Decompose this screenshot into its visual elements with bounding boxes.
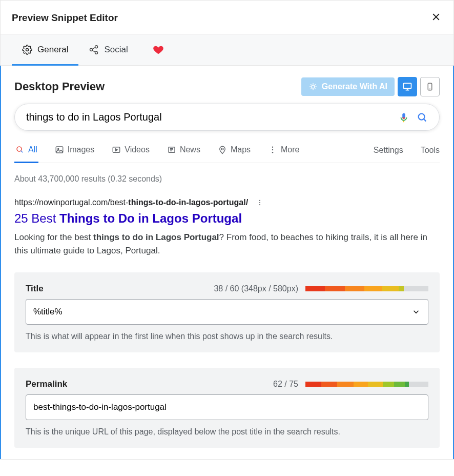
video-icon [112,145,121,154]
svg-point-7 [430,89,430,89]
svg-point-20 [259,204,260,205]
title-counter: 38 / 60 (348px / 580px) [214,284,298,293]
tab-social-label: Social [104,45,128,55]
share-icon [89,45,99,55]
permalink-field[interactable] [26,394,428,420]
device-mobile-button[interactable] [420,77,440,96]
modal-title: Preview Snippet Editor [12,12,118,24]
svg-point-3 [95,51,98,54]
search-box[interactable] [14,104,440,131]
svg-point-17 [272,152,273,153]
desktop-icon [402,82,412,92]
snippet-preview: https://nowinportugal.com/best-things-to… [14,198,440,257]
dots-vertical-icon [268,145,277,154]
snippet-description: Looking for the best things to do in Lag… [14,231,440,257]
preview-heading: Desktop Preview [14,80,105,93]
mobile-icon [425,82,435,91]
mic-icon[interactable] [398,112,409,123]
search-settings[interactable]: Settings [374,146,403,162]
svg-point-0 [26,49,29,51]
svg-point-16 [272,149,273,150]
permalink-counter: 62 / 75 [273,380,298,389]
modal-header: Preview Snippet Editor [1,1,453,34]
snippet-title: 25 Best Things to Do in Lagos Portugal [14,211,440,226]
permalink-panel: Permalink 62 / 75 This is the unique URL… [14,368,440,448]
device-desktop-button[interactable] [398,77,417,96]
gear-icon [22,45,32,55]
permalink-help: This is the unique URL of this page, dis… [26,427,428,437]
title-input[interactable] [26,300,404,324]
search-small-icon [15,145,25,154]
search-tab-videos[interactable]: Videos [111,145,151,163]
search-tab-all[interactable]: All [14,145,38,163]
news-icon [167,145,176,154]
results-count: About 43,700,000 results (0.32 seconds) [14,174,440,184]
dots-vertical-icon[interactable] [256,199,263,206]
tab-general-label: General [37,45,68,55]
search-input[interactable] [26,111,391,123]
svg-point-15 [272,147,273,148]
image-icon [55,145,64,154]
search-tab-maps[interactable]: Maps [217,145,252,163]
generate-ai-label: Generate With AI [322,82,387,91]
title-label: Title [26,284,44,294]
search-tab-news[interactable]: News [166,145,201,163]
svg-point-4 [312,85,315,88]
close-icon [431,12,441,22]
title-dropdown-toggle[interactable] [404,307,428,316]
search-icon[interactable] [417,112,428,123]
heart-icon[interactable] [153,44,164,55]
generate-ai-button[interactable]: Generate With AI [301,77,395,96]
permalink-label: Permalink [26,379,67,389]
title-panel: Title 38 / 60 (348px / 580px) This is wh… [14,272,440,352]
svg-point-18 [259,200,260,201]
svg-point-19 [259,202,260,203]
svg-point-1 [95,46,98,48]
search-tools[interactable]: Tools [421,146,440,162]
svg-point-2 [90,49,93,51]
svg-point-14 [221,148,223,150]
tab-general[interactable]: General [12,34,78,66]
tab-social[interactable]: Social [78,34,138,66]
search-tab-images[interactable]: Images [54,145,95,163]
snippet-url: https://nowinportugal.com/best-things-to… [14,198,440,207]
editor-tabbar: General Social [1,34,453,66]
svg-rect-5 [404,83,411,88]
title-field[interactable] [26,299,428,325]
title-strength-bar [305,286,428,291]
search-tabs: All Images Videos News Maps More [14,145,440,163]
permalink-strength-bar [305,382,428,387]
close-button[interactable] [430,11,442,25]
title-help: This is what will appear in the first li… [26,332,428,341]
chevron-down-icon [411,307,421,316]
sparkle-icon [308,82,318,91]
svg-rect-10 [56,147,63,153]
search-tab-more[interactable]: More [267,145,300,163]
pin-icon [218,145,227,154]
permalink-input[interactable] [26,395,428,420]
